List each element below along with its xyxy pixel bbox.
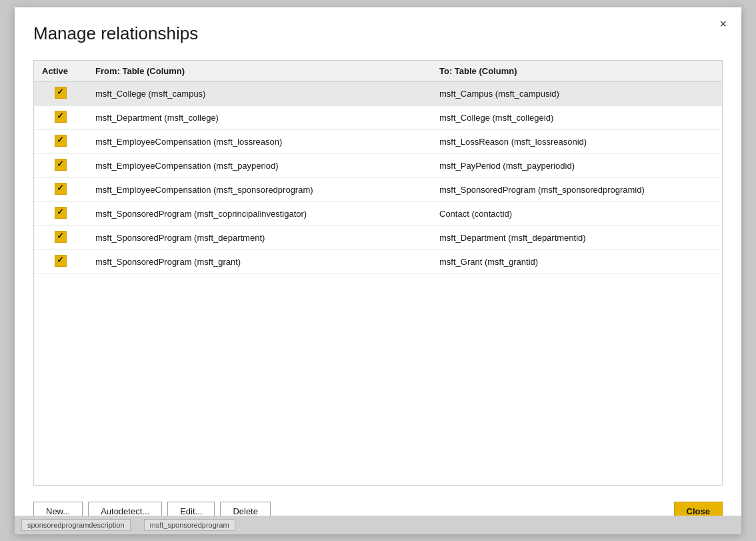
from-cell: msft_EmployeeCompensation (msft_lossreas…: [87, 129, 431, 153]
from-cell: msft_EmployeeCompensation (msft_payperio…: [87, 153, 431, 177]
table-row[interactable]: msft_SponsoredProgram (msft_department)m…: [34, 225, 722, 249]
active-cell: [34, 153, 87, 177]
table-header-row: Active From: Table (Column) To: Table (C…: [34, 61, 722, 82]
bottom-tab-1[interactable]: sponsoredprogramdescription: [21, 519, 131, 531]
checkbox-checked-icon[interactable]: [55, 231, 67, 243]
checkbox-checked-icon[interactable]: [55, 159, 67, 171]
from-cell: msft_SponsoredProgram (msft_grant): [87, 249, 431, 274]
dialog-overlay: × Manage relationships Active From: Tabl…: [0, 0, 756, 541]
from-cell: msft_SponsoredProgram (msft_department): [87, 225, 431, 249]
to-cell: msft_Grant (msft_grantid): [431, 249, 722, 274]
header-active: Active: [34, 61, 87, 82]
table-row[interactable]: msft_College (msft_campus)msft_Campus (m…: [34, 81, 722, 105]
to-cell: msft_Department (msft_departmentid): [431, 225, 722, 249]
to-cell: msft_SponsoredProgram (msft_sponsoredpro…: [431, 177, 722, 201]
from-cell: msft_Department (msft_college): [87, 105, 431, 129]
checkbox-checked-icon[interactable]: [55, 255, 67, 267]
table-row[interactable]: msft_SponsoredProgram (msft_coprincipali…: [34, 201, 722, 225]
relationships-table-container: Active From: Table (Column) To: Table (C…: [33, 60, 723, 486]
dialog-title: Manage relationships: [33, 23, 723, 44]
checkbox-checked-icon[interactable]: [55, 207, 67, 219]
active-cell: [34, 225, 87, 249]
table-row[interactable]: msft_SponsoredProgram (msft_grant)msft_G…: [34, 249, 722, 274]
checkbox-checked-icon[interactable]: [55, 183, 67, 195]
active-cell: [34, 249, 87, 274]
header-from: From: Table (Column): [87, 61, 431, 82]
to-cell: msft_PayPeriod (msft_payperiodid): [431, 153, 722, 177]
table-row[interactable]: msft_Department (msft_college)msft_Colle…: [34, 105, 722, 129]
close-icon[interactable]: ×: [715, 15, 731, 33]
relationships-table: Active From: Table (Column) To: Table (C…: [34, 61, 722, 274]
to-cell: msft_LossReason (msft_lossreasonid): [431, 129, 722, 153]
active-cell: [34, 177, 87, 201]
from-cell: msft_EmployeeCompensation (msft_sponsore…: [87, 177, 431, 201]
from-cell: msft_SponsoredProgram (msft_coprincipali…: [87, 201, 431, 225]
from-cell: msft_College (msft_campus): [87, 81, 431, 105]
to-cell: msft_Campus (msft_campusid): [431, 81, 722, 105]
active-cell: [34, 201, 87, 225]
table-row[interactable]: msft_EmployeeCompensation (msft_payperio…: [34, 153, 722, 177]
manage-relationships-dialog: × Manage relationships Active From: Tabl…: [15, 7, 741, 534]
to-cell: Contact (contactid): [431, 201, 722, 225]
active-cell: [34, 81, 87, 105]
checkbox-checked-icon[interactable]: [55, 87, 67, 99]
checkbox-checked-icon[interactable]: [55, 135, 67, 147]
bottom-bar: sponsoredprogramdescription msft_sponsor…: [15, 516, 741, 534]
header-to: To: Table (Column): [431, 61, 722, 82]
to-cell: msft_College (msft_collegeid): [431, 105, 722, 129]
bottom-tab-2[interactable]: msft_sponsoredprogram: [144, 519, 235, 531]
active-cell: [34, 129, 87, 153]
table-row[interactable]: msft_EmployeeCompensation (msft_sponsore…: [34, 177, 722, 201]
checkbox-checked-icon[interactable]: [55, 111, 67, 123]
active-cell: [34, 105, 87, 129]
table-row[interactable]: msft_EmployeeCompensation (msft_lossreas…: [34, 129, 722, 153]
